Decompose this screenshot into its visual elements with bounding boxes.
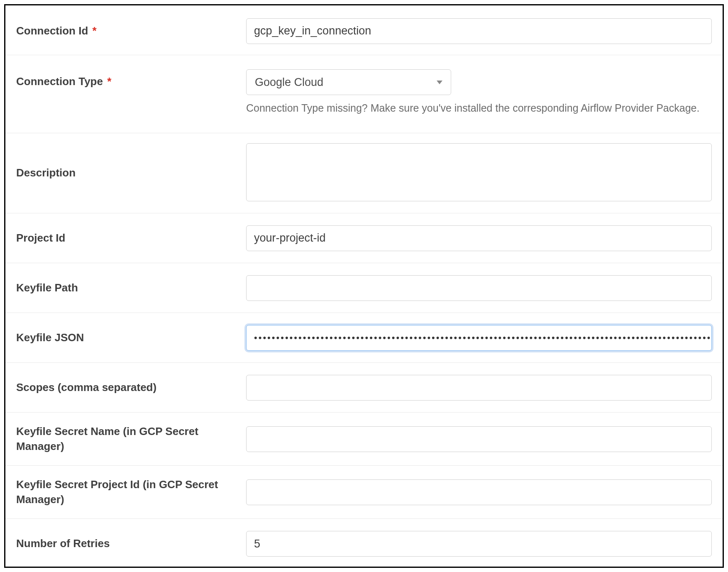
label-keyfile-secret-name: Keyfile Secret Name (in GCP Secret Manag… [16,424,246,453]
label-connection-id-text: Connection Id [16,24,88,37]
label-connection-type: Connection Type * [16,69,246,89]
row-keyfile-secret-name: Keyfile Secret Name (in GCP Secret Manag… [5,413,723,466]
label-connection-type-text: Connection Type [16,75,103,88]
label-scopes: Scopes (comma separated) [16,380,246,395]
row-project-id: Project Id [5,213,723,263]
row-keyfile-json: Keyfile JSON •••••••••••••••••••••••••••… [5,313,723,363]
chevron-down-icon [437,81,442,84]
required-asterisk: * [107,75,111,88]
select-connection-type[interactable]: Google Cloud [246,69,451,95]
label-description: Description [16,166,246,180]
label-keyfile-json: Keyfile JSON [16,330,246,345]
row-keyfile-secret-project-id: Keyfile Secret Project Id (in GCP Secret… [5,466,723,519]
input-keyfile-path[interactable] [246,275,712,301]
connection-form-panel: Connection Id * Connection Type * Google… [4,4,724,568]
help-connection-type: Connection Type missing? Make sure you'v… [246,101,712,115]
select-connection-type-value: Google Cloud [255,76,323,89]
input-scopes[interactable] [246,375,712,401]
input-keyfile-json[interactable]: ••••••••••••••••••••••••••••••••••••••••… [246,325,712,351]
row-scopes: Scopes (comma separated) [5,363,723,413]
input-keyfile-secret-project-id[interactable] [246,479,712,505]
label-project-id: Project Id [16,231,246,245]
row-connection-type: Connection Type * Google Cloud Connectio… [5,55,723,133]
required-asterisk: * [93,24,97,37]
input-connection-id[interactable] [246,18,712,44]
row-connection-id: Connection Id * [5,5,723,55]
row-num-retries: Number of Retries [5,519,723,568]
label-keyfile-secret-project-id: Keyfile Secret Project Id (in GCP Secret… [16,477,246,506]
row-description: Description [5,133,723,213]
row-keyfile-path: Keyfile Path [5,263,723,313]
input-description[interactable] [246,143,712,201]
input-num-retries[interactable] [246,531,712,557]
label-connection-id: Connection Id * [16,24,246,38]
label-keyfile-path: Keyfile Path [16,281,246,295]
input-project-id[interactable] [246,225,712,251]
label-num-retries: Number of Retries [16,536,246,551]
input-keyfile-secret-name[interactable] [246,426,712,452]
